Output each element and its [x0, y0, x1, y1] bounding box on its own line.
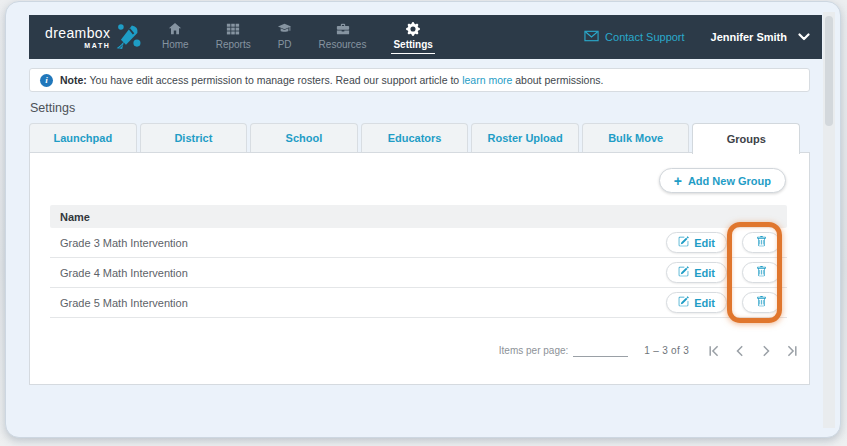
info-icon: i — [40, 74, 53, 87]
first-page-button[interactable] — [703, 340, 724, 361]
brand-name: dreambox — [45, 26, 110, 40]
delete-group-button[interactable] — [742, 292, 780, 313]
edit-button[interactable]: Edit — [666, 292, 727, 313]
note-body: You have edit access permission to manag… — [87, 74, 462, 86]
contact-support-link[interactable]: Contact Support — [584, 30, 685, 44]
group-name: Grade 4 Math Intervention — [60, 267, 666, 279]
rocket-logo-icon — [115, 22, 142, 53]
nav-label: Settings — [391, 39, 434, 54]
navbar-right: Contact Support Jennifer Smith — [584, 15, 810, 59]
last-page-button[interactable] — [781, 340, 802, 361]
dreambox-settings-screen: dreambox MATH — [0, 0, 847, 446]
vertical-scrollbar[interactable] — [823, 12, 835, 428]
items-per-page-label: Items per page: — [499, 345, 568, 356]
note-suffix: about permissions. — [512, 74, 603, 86]
home-icon — [168, 22, 182, 36]
tab-launchpad[interactable]: Launchpad — [29, 123, 137, 152]
nav-label: PD — [276, 39, 294, 54]
edit-pencil-icon — [678, 236, 689, 249]
edit-label: Edit — [694, 237, 715, 249]
tab-district[interactable]: District — [140, 123, 248, 152]
user-menu[interactable]: Jennifer Smith — [711, 31, 810, 43]
delete-group-button[interactable] — [742, 232, 780, 253]
briefcase-icon — [336, 22, 350, 36]
pagination-controls — [703, 340, 802, 361]
graduation-cap-icon — [277, 22, 292, 36]
edit-pencil-icon — [678, 266, 689, 279]
trash-icon — [756, 265, 767, 280]
edit-pencil-icon — [678, 296, 689, 309]
table-row: Grade 3 Math Intervention Edit — [50, 228, 787, 258]
reports-grid-icon — [226, 22, 240, 36]
groups-table: Name Grade 3 Math Intervention Edit Grad… — [50, 205, 787, 318]
table-row: Grade 5 Math Intervention Edit — [50, 288, 787, 318]
items-per-page-input[interactable] — [573, 344, 628, 357]
pagination-bar: Items per page: 1 – 3 of 3 — [499, 340, 802, 361]
contact-support-label: Contact Support — [605, 31, 685, 43]
nav-item-pd[interactable]: PD — [269, 20, 301, 54]
plus-icon: + — [674, 174, 682, 188]
trash-icon — [756, 235, 767, 250]
nav-item-settings[interactable]: Settings — [384, 20, 441, 54]
top-navbar: dreambox MATH — [29, 15, 822, 59]
tab-roster-upload[interactable]: Roster Upload — [471, 123, 579, 152]
main-nav: Home Reports PD — [153, 15, 442, 59]
trash-icon — [756, 295, 767, 310]
delete-group-button[interactable] — [742, 262, 780, 283]
page-title: Settings — [30, 101, 75, 115]
tab-groups[interactable]: Groups — [692, 123, 800, 154]
nav-label: Home — [160, 39, 191, 54]
add-new-group-button[interactable]: + Add New Group — [659, 168, 786, 193]
user-name: Jennifer Smith — [711, 31, 787, 43]
tab-school[interactable]: School — [250, 123, 358, 152]
nav-item-home[interactable]: Home — [153, 20, 198, 54]
chevron-down-icon — [798, 31, 810, 43]
note-prefix: Note: — [60, 74, 87, 86]
pagination-range: 1 – 3 of 3 — [644, 345, 689, 356]
column-header-name: Name — [60, 211, 90, 223]
groups-panel: + Add New Group Name Grade 3 Math Interv… — [29, 152, 810, 385]
mail-icon — [584, 30, 599, 44]
edit-button[interactable]: Edit — [666, 262, 727, 283]
dreambox-logo[interactable]: dreambox MATH — [45, 22, 142, 53]
note-text: Note: You have edit access permission to… — [60, 74, 603, 86]
permissions-note-banner: i Note: You have edit access permission … — [29, 68, 810, 92]
previous-page-button[interactable] — [729, 340, 750, 361]
next-page-button[interactable] — [755, 340, 776, 361]
scrollbar-thumb[interactable] — [825, 16, 833, 126]
tab-educators[interactable]: Educators — [361, 123, 469, 152]
browser-viewport: dreambox MATH — [5, 1, 841, 438]
edit-button[interactable]: Edit — [666, 232, 727, 253]
table-header-row: Name — [50, 205, 787, 228]
edit-label: Edit — [694, 297, 715, 309]
tab-bulk-move[interactable]: Bulk Move — [582, 123, 690, 152]
nav-label: Resources — [317, 39, 369, 54]
gear-icon — [406, 22, 420, 36]
learn-more-link[interactable]: learn more — [462, 74, 512, 86]
settings-tab-bar: Launchpad District School Educators Rost… — [29, 123, 800, 153]
add-new-group-label: Add New Group — [688, 175, 771, 187]
nav-label: Reports — [214, 39, 253, 54]
edit-label: Edit — [694, 267, 715, 279]
brand-text: dreambox MATH — [45, 26, 110, 49]
nav-item-resources[interactable]: Resources — [310, 20, 376, 54]
group-name: Grade 5 Math Intervention — [60, 297, 666, 309]
table-row: Grade 4 Math Intervention Edit — [50, 258, 787, 288]
group-name: Grade 3 Math Intervention — [60, 237, 666, 249]
brand-sub: MATH — [45, 42, 110, 49]
nav-item-reports[interactable]: Reports — [207, 20, 260, 54]
